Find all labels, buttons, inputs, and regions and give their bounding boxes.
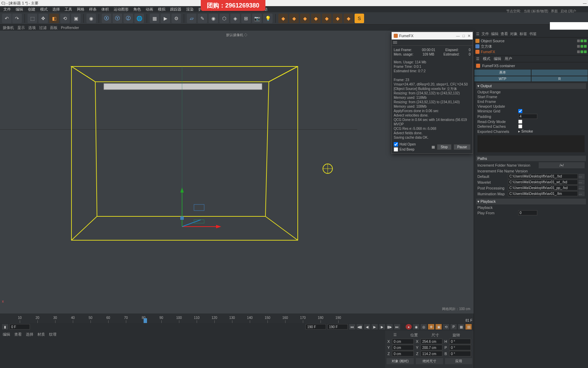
prev-key-icon[interactable]: ◀▮ (357, 324, 363, 329)
coord-size-select[interactable]: 绝对尺寸 (416, 358, 443, 364)
readonly-check[interactable] (518, 120, 522, 124)
generator-icon[interactable]: ⬡ (219, 14, 229, 23)
axis-x-icon[interactable]: Ⓧ (102, 14, 111, 23)
move-icon[interactable]: ✥ (38, 14, 48, 23)
tree-item-Object Source[interactable]: Object Source (475, 38, 587, 44)
primitive-cube-icon[interactable]: ▱ (187, 14, 196, 23)
objtab-标签[interactable]: 标签 (520, 31, 527, 36)
axis-z-icon[interactable]: Ⓩ (124, 14, 133, 23)
tab-coord[interactable] (531, 69, 588, 76)
octane-7-icon[interactable]: ◆ (344, 14, 353, 23)
sx-icon[interactable]: S (355, 14, 364, 23)
coord-mode-select[interactable]: 对象 (相对) (387, 358, 414, 364)
mattab-纹理[interactable]: 纹理 (49, 332, 56, 337)
hamburger-icon[interactable]: ☰ (393, 333, 397, 338)
menu-渲染[interactable]: 渲染 (184, 7, 196, 12)
environment-icon[interactable]: ⊞ (241, 14, 251, 23)
cube-icon[interactable]: ◧ (49, 14, 59, 23)
next-key-icon[interactable]: ▮▶ (387, 324, 393, 329)
minimize-icon[interactable]: — (456, 34, 460, 38)
menu-样条[interactable]: 样条 (87, 7, 99, 12)
history-icon[interactable]: ◉ (86, 14, 96, 23)
path-Illumination Map-input[interactable] (508, 191, 578, 196)
octane-1-icon[interactable]: ◆ (278, 14, 288, 23)
rot-P-input[interactable] (449, 345, 471, 350)
rotate-icon[interactable]: ⟲ (60, 14, 70, 23)
attr-mode-tab[interactable]: 模式 (483, 56, 490, 61)
menu-编辑[interactable]: 编辑 (14, 7, 25, 12)
mattab-查看[interactable]: 查看 (14, 332, 22, 337)
octane-4-icon[interactable]: ◆ (311, 14, 321, 23)
key-rot-icon[interactable]: ⟲ (443, 324, 449, 329)
deformer-icon[interactable]: ◈ (230, 14, 240, 23)
minimize-grid-check[interactable] (518, 109, 522, 113)
prev-frame-icon[interactable]: ◀ (364, 324, 370, 329)
rot-B-input[interactable] (449, 351, 471, 356)
render-icon[interactable]: ▦ (150, 14, 159, 23)
goto-start-icon[interactable]: ▮ (2, 324, 8, 329)
fumefx-titlebar[interactable]: FumeFX — □ ✕ (392, 32, 473, 40)
tab-wtp[interactable]: WTP (474, 76, 531, 82)
vpmenu-ProRender[interactable]: ProRender (61, 26, 79, 30)
undo-icon[interactable]: ↶ (2, 14, 12, 23)
axis-y-icon[interactable]: Ⓨ (113, 14, 122, 23)
close-icon[interactable]: ✕ (468, 34, 471, 38)
padding-input[interactable] (518, 114, 537, 119)
play-icon[interactable]: ▶ (372, 324, 378, 329)
timeline[interactable]: 81 F 10203040506070809010011012013014015… (0, 313, 474, 323)
path-Default-input[interactable] (508, 174, 578, 179)
first-frame-icon[interactable]: ⏮ (349, 324, 355, 329)
tab-r[interactable]: R (531, 76, 588, 82)
last-frame-icon[interactable]: ⏭ (394, 324, 400, 329)
attr-edit-tab[interactable]: 编辑 (494, 56, 501, 61)
mattab-选择[interactable]: 选择 (26, 332, 33, 337)
size-X-input[interactable] (421, 339, 442, 344)
path-Wavelet-button[interactable]: … (578, 180, 585, 185)
vpmenu-面板[interactable]: 面板 (50, 25, 58, 30)
hamburger-icon[interactable] (393, 41, 397, 44)
timeline-playhead[interactable] (144, 318, 147, 323)
vpmenu-选项[interactable]: 选项 (28, 25, 36, 30)
select-icon[interactable]: ⬚ (28, 14, 37, 23)
end-frame-input[interactable] (327, 324, 348, 329)
key-grid-icon[interactable]: ▦ (458, 324, 464, 329)
key-dope-icon[interactable]: ▤ (466, 324, 472, 329)
fumefx-window[interactable]: FumeFX — □ ✕ Last Frame:00:00:01Elapsed:… (391, 32, 473, 154)
autokey-icon[interactable]: ◉ (413, 324, 419, 329)
hamburger-icon[interactable]: ☰ (476, 57, 479, 61)
range-end-input[interactable] (306, 324, 326, 329)
menu-模式[interactable]: 模式 (38, 7, 50, 12)
tab-basic[interactable]: 基本 (474, 69, 531, 76)
playback-section[interactable]: ▾ Playback (476, 199, 586, 204)
sim-icon[interactable]: ▦ (431, 145, 435, 149)
attr-user-tab[interactable]: 用户 (505, 56, 512, 61)
menu-网格[interactable]: 网格 (75, 7, 86, 12)
mattab-材质[interactable]: 材质 (37, 332, 45, 337)
octane-5-icon[interactable]: ◆ (322, 14, 331, 23)
size-Y-input[interactable] (421, 345, 442, 350)
start-frame-input[interactable] (10, 324, 30, 329)
pos-Z-input[interactable] (392, 351, 414, 356)
spline-icon[interactable]: ✎ (198, 14, 207, 23)
search-box[interactable] (550, 22, 588, 30)
path-Illumination Map-button[interactable]: … (578, 191, 585, 196)
menu-体积[interactable]: 体积 (99, 7, 111, 12)
pos-X-input[interactable] (392, 339, 414, 344)
end-beep-check[interactable] (394, 147, 398, 152)
menu-选择[interactable]: 选择 (50, 7, 62, 12)
rot-H-input[interactable] (449, 339, 471, 344)
redo-icon[interactable]: ↷ (12, 14, 22, 23)
menu-跟踪器[interactable]: 跟踪器 (168, 7, 183, 12)
hold-open-check[interactable] (394, 142, 398, 147)
objtab-文件[interactable]: 文件 (481, 31, 489, 36)
menu-运动图形[interactable]: 运动图形 (112, 7, 131, 12)
render-settings-icon[interactable]: ⚙ (172, 14, 181, 23)
paths-section[interactable]: Paths (476, 156, 586, 161)
key-pos-icon[interactable]: ✥ (428, 324, 434, 329)
hamburger-icon[interactable]: ☰ (476, 32, 479, 36)
output-section[interactable]: ▾ Output (476, 83, 586, 89)
stop-button[interactable]: Stop (437, 144, 452, 150)
tree-item-FumeFX[interactable]: FumeFX (475, 49, 587, 55)
objtab-书签[interactable]: 书签 (529, 31, 537, 36)
objtab-编辑[interactable]: 编辑 (491, 31, 499, 36)
